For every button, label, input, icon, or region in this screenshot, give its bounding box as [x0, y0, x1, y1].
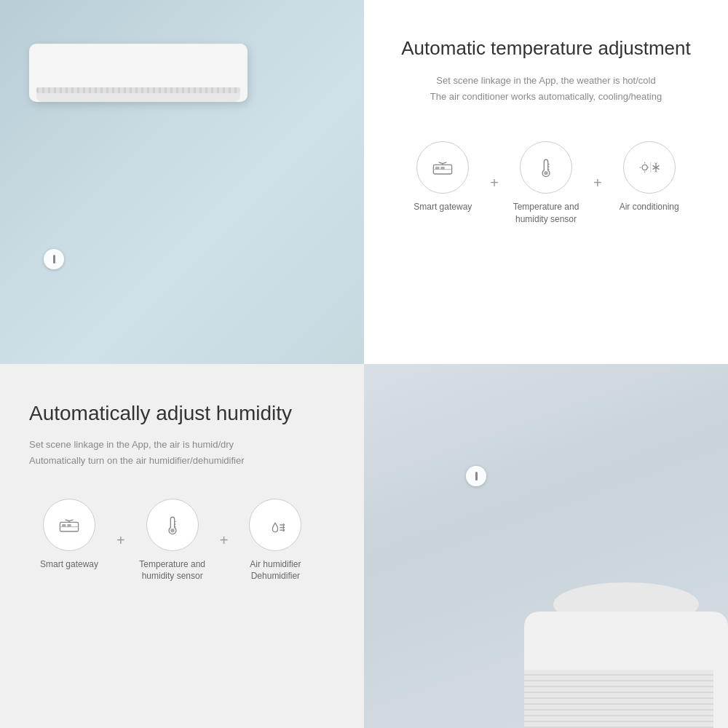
- svg-point-11: [642, 165, 647, 170]
- plus-sign-4: +: [220, 516, 229, 549]
- ac-label: Air conditioning: [620, 201, 679, 213]
- plus-sign-3: +: [116, 516, 125, 549]
- gateway-icon-circle-2: [43, 499, 95, 551]
- thermometer-icon: [533, 154, 559, 181]
- svg-line-5: [439, 162, 443, 164]
- humidity-info-panel: Automatically adjust humidity Set scene …: [0, 364, 364, 728]
- svg-line-23: [656, 171, 657, 172]
- humidifier-fan: [524, 670, 713, 728]
- sensor-dot-top-left: [44, 249, 64, 269]
- ac-icon-item: Air conditioning: [609, 141, 689, 213]
- humidity-title: Automatically adjust humidity: [29, 400, 335, 427]
- plus-sign-2: +: [593, 159, 602, 191]
- svg-rect-1: [435, 167, 439, 170]
- humidifier-label: Air humidifier Dehumidifier: [235, 558, 315, 583]
- thermometer-label: Temperature and humidity sensor: [506, 201, 586, 226]
- gateway-icon: [430, 154, 456, 181]
- gateway-label-2: Smart gateway: [40, 558, 98, 571]
- thermometer-icon-2: [159, 512, 186, 538]
- svg-line-20: [654, 163, 656, 164]
- plus-sign-1: +: [490, 159, 499, 191]
- gateway-icon-circle: [416, 141, 469, 194]
- svg-line-6: [443, 162, 446, 164]
- svg-line-22: [654, 171, 656, 172]
- humidity-icons-row: Smart gateway + Temperature and humidity…: [29, 499, 335, 583]
- humidifier-icon-circle: [249, 499, 301, 551]
- ac-body: [29, 44, 248, 102]
- sensor-dot-bottom-right: [466, 466, 486, 486]
- svg-line-30: [69, 519, 73, 521]
- humidifier-base: [524, 612, 728, 728]
- temperature-title: Automatic temperature adjustment: [401, 36, 690, 61]
- svg-point-34: [170, 529, 174, 532]
- main-grid: Automatic temperature adjustment Set sce…: [0, 0, 728, 728]
- thermometer-icon-circle: [520, 141, 572, 194]
- thermometer-icon-item-2: Temperature and humidity sensor: [132, 499, 213, 583]
- svg-rect-26: [67, 524, 71, 527]
- thermometer-label-2: Temperature and humidity sensor: [132, 558, 213, 583]
- svg-rect-2: [441, 167, 445, 170]
- ac-icon: [636, 154, 662, 181]
- thermometer-icon-item: Temperature and humidity sensor: [506, 141, 586, 226]
- ac-vents: [36, 87, 240, 93]
- svg-rect-25: [62, 524, 66, 527]
- gateway-icon-item-2: Smart gateway: [29, 499, 109, 571]
- gateway-icon-item: Smart gateway: [403, 141, 483, 213]
- ac-image-panel: [0, 0, 364, 364]
- svg-line-29: [66, 519, 69, 521]
- ac-icon-circle: [623, 141, 676, 194]
- humidifier-image-panel: [364, 364, 728, 728]
- temperature-info-panel: Automatic temperature adjustment Set sce…: [364, 0, 728, 364]
- fan-lines: [524, 670, 713, 728]
- humidifier-icon: [262, 512, 288, 538]
- thermometer-icon-circle-2: [146, 499, 199, 551]
- humidity-subtitle: Set scene linkage in the App, the air is…: [29, 437, 335, 469]
- svg-line-21: [656, 163, 657, 164]
- temperature-subtitle: Set scene linkage in the App, the weathe…: [430, 73, 662, 105]
- gateway-icon-2: [56, 512, 82, 538]
- humidifier-icon-item: Air humidifier Dehumidifier: [235, 499, 315, 583]
- gateway-label: Smart gateway: [414, 201, 472, 213]
- svg-point-10: [544, 171, 547, 175]
- ac-unit: [29, 44, 262, 116]
- temperature-icons-row: Smart gateway + Temperature and humidity…: [403, 141, 689, 226]
